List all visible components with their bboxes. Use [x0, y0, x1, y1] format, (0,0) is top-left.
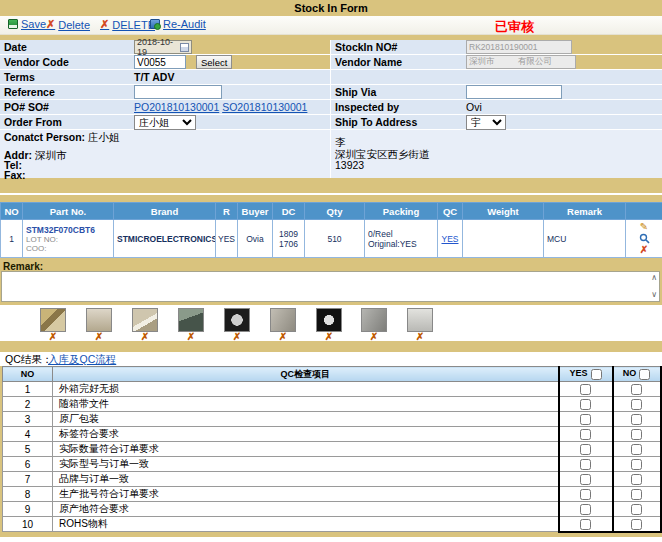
attachment-photo[interactable] — [86, 308, 112, 332]
item-brand: STMICROELECTRONICS — [114, 220, 216, 258]
qc-no-checkbox[interactable] — [631, 384, 642, 395]
qc-no-checkbox[interactable] — [631, 489, 642, 500]
qc-yes-checkbox[interactable] — [580, 474, 591, 485]
qc-no-checkbox[interactable] — [631, 444, 642, 455]
qc-no-checkbox[interactable] — [631, 414, 642, 425]
remove-attachment-icon[interactable]: ✗ — [316, 332, 342, 341]
scroll-up-icon[interactable]: ∧ — [651, 274, 657, 282]
qc-no-checkbox[interactable] — [631, 429, 642, 440]
contact-person-value: 庄小姐 — [88, 131, 120, 143]
qc-item-text: 外箱完好无损 — [53, 382, 559, 397]
remove-attachment-icon[interactable]: ✗ — [86, 332, 112, 341]
so-link[interactable]: SO201810130001 — [222, 101, 307, 113]
qc-item-no: 3 — [3, 412, 53, 427]
remove-attachment-icon[interactable]: ✗ — [40, 332, 66, 341]
date-input[interactable]: 2018-10-19 — [134, 40, 192, 54]
remove-attachment-icon[interactable]: ✗ — [132, 332, 158, 341]
qc-no-checkbox[interactable] — [631, 504, 642, 515]
attachment-photo[interactable] — [132, 308, 158, 332]
qc-row: 9 原产地符合要求 — [3, 502, 661, 517]
qc-no-checkbox[interactable] — [631, 459, 642, 470]
save-label: Save — [21, 18, 46, 30]
remove-attachment-icon[interactable]: ✗ — [407, 332, 433, 341]
qc-item-no: 7 — [3, 472, 53, 487]
qc-no-checkbox[interactable] — [631, 399, 642, 410]
qc-yes-checkbox[interactable] — [580, 399, 591, 410]
calendar-icon[interactable] — [180, 43, 189, 52]
qc-item-text: 生产批号符合订单要求 — [53, 487, 559, 502]
item-qc-link[interactable]: YES — [441, 234, 458, 244]
qc-process-link[interactable]: 入库及QC流程 — [48, 353, 116, 367]
qc-item-no: 1 — [3, 382, 53, 397]
qc-row: 2 随箱带文件 — [3, 397, 661, 412]
attachment-photo[interactable] — [361, 308, 387, 332]
ship-phone: 13923 — [335, 159, 364, 171]
reference-input[interactable] — [134, 85, 222, 99]
qc-item-text: 原产地符合要求 — [53, 502, 559, 517]
delete-item-icon[interactable]: ✗ — [626, 244, 662, 256]
view-item-icon[interactable] — [626, 233, 662, 244]
col-part-no: Part No. — [23, 203, 114, 220]
attachment-photo[interactable] — [224, 308, 250, 332]
remark-textarea[interactable]: ∧ ∨ — [1, 271, 660, 302]
item-packing2: Original:YES — [368, 239, 437, 249]
delete-button[interactable]: ✗ Delete — [46, 18, 90, 31]
ship-via-label: Ship Via — [335, 86, 376, 98]
item-row: 1 STM32F070CBT6 LOT NO: COO: STMICROELEC… — [1, 220, 662, 258]
ship-via-input[interactable] — [466, 85, 562, 99]
qc-yes-all-checkbox[interactable] — [591, 369, 602, 380]
delete-caps-button[interactable]: ✗ DELETE — [100, 18, 155, 31]
edit-item-icon[interactable]: ✎ — [626, 221, 662, 233]
contact-block: Conatct Person: 庄小姐 Addr: 深圳市 Tel: Fax: … — [0, 130, 662, 178]
qc-yes-checkbox[interactable] — [580, 519, 591, 530]
contact-person-label: Conatct Person: — [4, 131, 85, 143]
qc-no-checkbox[interactable] — [631, 474, 642, 485]
qc-yes-checkbox[interactable] — [580, 459, 591, 470]
stockin-no-input — [466, 40, 572, 54]
qc-result-row: QC结果： 入库及QC流程 — [0, 352, 662, 366]
vendor-select-button[interactable]: Select — [196, 55, 232, 69]
qc-yes-checkbox[interactable] — [580, 504, 591, 515]
qc-no-all-checkbox[interactable] — [639, 369, 650, 380]
remove-attachment-icon[interactable]: ✗ — [270, 332, 296, 341]
qc-header-row: NO QC检查项目 YES NO — [3, 367, 661, 382]
remove-attachment-icon[interactable]: ✗ — [224, 332, 250, 341]
separator-line — [0, 193, 662, 195]
ship-to-address-select[interactable]: 宇 — [466, 115, 506, 130]
vendor-code-input[interactable] — [134, 55, 186, 69]
stockin-no-label: StockIn NO# — [335, 41, 397, 53]
qc-no-checkbox[interactable] — [631, 519, 642, 530]
delete-label: Delete — [58, 19, 90, 31]
attachment-photo[interactable] — [316, 308, 342, 332]
qc-yes-checkbox[interactable] — [580, 444, 591, 455]
order-from-label: Order From — [4, 116, 62, 128]
page-title: Stock In Form — [0, 0, 662, 16]
qc-item-text: 实际数量符合订单要求 — [53, 442, 559, 457]
re-audit-button[interactable]: Re-Audit — [150, 18, 206, 30]
qc-yes-checkbox[interactable] — [580, 414, 591, 425]
qc-row: 1 外箱完好无损 — [3, 382, 661, 397]
delete-caps-x-icon: ✗ — [100, 18, 109, 31]
qc-yes-checkbox[interactable] — [580, 429, 591, 440]
po-link[interactable]: PO201810130001 — [134, 101, 219, 113]
qc-item-text: 标签符合要求 — [53, 427, 559, 442]
attachment-photo[interactable] — [407, 308, 433, 332]
attachment-photo[interactable] — [270, 308, 296, 332]
col-brand: Brand — [114, 203, 216, 220]
save-button[interactable]: Save — [8, 18, 46, 30]
qc-col-no2: NO — [623, 368, 637, 378]
qc-yes-checkbox[interactable] — [580, 489, 591, 500]
empty-row — [331, 70, 662, 84]
qc-col-item: QC检查项目 — [53, 367, 559, 382]
qc-yes-checkbox[interactable] — [580, 384, 591, 395]
stock-in-form-page: Stock In Form Save ✗ Delete ✗ DELETE Re-… — [0, 0, 662, 542]
qc-item-no: 2 — [3, 397, 53, 412]
remove-attachment-icon[interactable]: ✗ — [178, 332, 204, 341]
attachment-photo[interactable] — [178, 308, 204, 332]
order-from-select[interactable]: 庄小姐 — [134, 115, 196, 130]
scroll-down-icon[interactable]: ∨ — [651, 291, 657, 299]
remove-attachment-icon[interactable]: ✗ — [361, 332, 387, 341]
attachment-photo[interactable] — [40, 308, 66, 332]
qc-row: 10 ROHS物料 — [3, 517, 661, 532]
inspected-by-value: Ovi — [466, 101, 482, 113]
